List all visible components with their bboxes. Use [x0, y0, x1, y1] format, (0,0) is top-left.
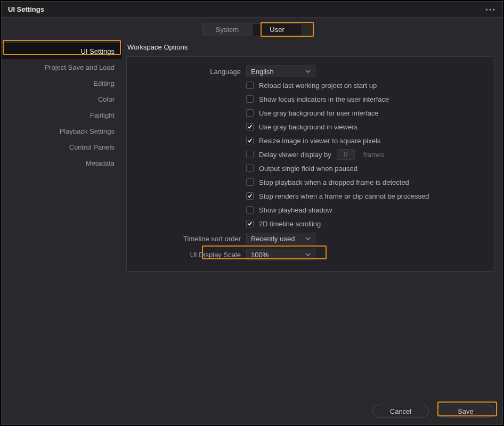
checkbox-2d-scrolling[interactable] — [246, 220, 254, 227]
checkbox-label: Show playhead shadow — [259, 206, 332, 214]
checkbox-label: Resize image in viewer to square pixels — [259, 137, 380, 145]
window-menu-icon[interactable]: ••• — [485, 5, 496, 13]
checkbox-gray-viewers[interactable] — [246, 123, 254, 130]
settings-window: UI Settings ••• System User UI Settings … — [1, 1, 503, 425]
cancel-button[interactable]: Cancel — [372, 405, 429, 417]
tab-user[interactable]: User — [252, 23, 302, 36]
sidebar-item-metadata[interactable]: Metadata — [2, 155, 122, 171]
language-dropdown[interactable]: English — [246, 65, 315, 77]
sidebar-item-color[interactable]: Color — [2, 91, 122, 107]
sort-order-value: Recently used — [251, 235, 295, 243]
sidebar-item-playback-settings[interactable]: Playback Settings — [2, 123, 122, 139]
sort-order-label: Timeline sort order — [134, 235, 241, 243]
display-scale-label: UI Display Scale — [134, 251, 241, 259]
checkbox-focus-indicators[interactable] — [246, 95, 254, 103]
sidebar-item-control-panels[interactable]: Control Panels — [2, 139, 122, 155]
checkbox-row: Stop renders when a frame or clip cannot… — [246, 189, 487, 203]
footer: Cancel Save — [2, 398, 502, 424]
language-label: Language — [134, 68, 241, 76]
checkbox-row: Stop playback when a dropped frame is de… — [246, 175, 487, 189]
checkbox-label: 2D timeline scrolling — [259, 220, 321, 228]
save-button[interactable]: Save — [437, 405, 494, 417]
checkbox-label: Delay viewer display by — [259, 151, 331, 159]
checkbox-label: Stop renders when a frame or clip cannot… — [259, 192, 429, 200]
chevron-down-icon — [305, 69, 311, 74]
display-scale-value: 100% — [251, 251, 269, 259]
checkbox-label: Use gray background for user interface — [259, 109, 379, 117]
checkbox-label: Use gray background in viewers — [259, 123, 357, 131]
display-scale-dropdown[interactable]: 100% — [246, 249, 315, 260]
checkbox-stop-dropped[interactable] — [246, 178, 254, 186]
delay-frames-unit: frames — [363, 151, 385, 159]
checkbox-row: Resize image in viewer to square pixels — [246, 134, 487, 148]
sidebar-item-editing[interactable]: Editing — [2, 75, 122, 91]
checkbox-row: Show focus indicators in the user interf… — [246, 92, 487, 106]
checkbox-row: Show playhead shadow — [246, 203, 487, 217]
checkbox-delay-viewer[interactable] — [246, 151, 254, 158]
checkbox-label: Show focus indicators in the user interf… — [259, 95, 389, 103]
checkbox-resize-square[interactable] — [246, 137, 254, 144]
checkbox-row: Use gray background for user interface — [246, 106, 487, 120]
workspace-options-panel: Language English Reload last working pro… — [126, 56, 495, 272]
window-title: UI Settings — [8, 5, 44, 13]
chevron-down-icon — [305, 236, 311, 241]
delay-frames-input[interactable]: 0 — [337, 149, 355, 160]
checkbox-stop-renders[interactable] — [246, 192, 254, 200]
checkbox-label: Stop playback when a dropped frame is de… — [259, 178, 409, 186]
sidebar-item-fairlight[interactable]: Fairlight — [2, 107, 122, 123]
checkbox-row: Delay viewer display by 0 frames — [246, 148, 487, 161]
chevron-down-icon — [305, 252, 311, 257]
checkbox-single-field[interactable] — [246, 165, 254, 172]
checkbox-row: Reload last working project on start up — [246, 78, 487, 92]
section-title: Workspace Options — [127, 43, 495, 51]
checkbox-row: Use gray background in viewers — [246, 120, 487, 134]
checkbox-row: 2D timeline scrolling — [246, 217, 487, 231]
checkbox-label: Output single field when paused — [259, 165, 357, 173]
checkbox-label: Reload last working project on start up — [259, 81, 377, 89]
checkbox-playhead-shadow[interactable] — [246, 206, 254, 214]
top-tabs: System User — [2, 18, 502, 39]
sidebar: UI Settings Project Save and Load Editin… — [2, 42, 122, 398]
checkbox-reload-last[interactable] — [246, 81, 254, 89]
checkbox-row: Output single field when paused — [246, 161, 487, 175]
sort-order-dropdown[interactable]: Recently used — [246, 233, 315, 244]
tab-system[interactable]: System — [202, 23, 252, 36]
language-value: English — [251, 68, 274, 76]
titlebar: UI Settings ••• — [2, 2, 502, 18]
sidebar-item-project-save-load[interactable]: Project Save and Load — [2, 59, 122, 75]
sidebar-item-ui-settings[interactable]: UI Settings — [2, 43, 122, 59]
checkbox-gray-ui[interactable] — [246, 109, 254, 117]
